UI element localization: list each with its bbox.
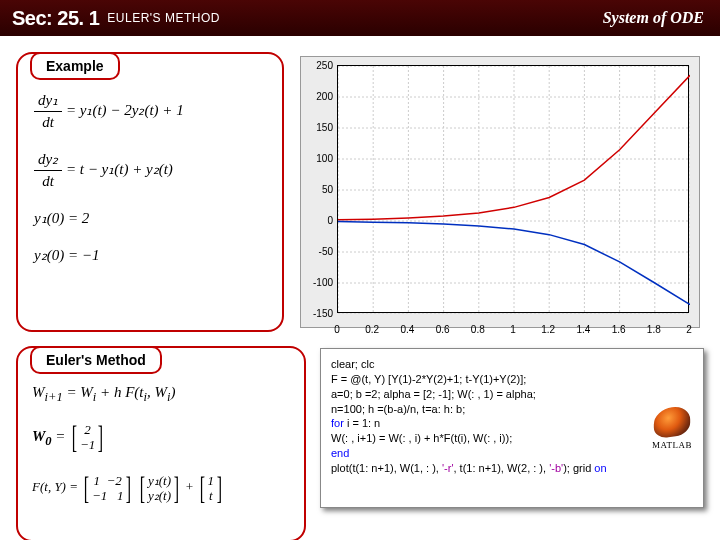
code-line-8: plot(t(1: n+1), W(1, : ), '-r', t(1: n+1… — [331, 461, 693, 476]
slide-topic: System of ODE — [603, 9, 704, 27]
initial-condition-2: y₂(0) = −1 — [34, 245, 266, 266]
matlab-icon — [654, 405, 690, 440]
initial-condition-1: y₁(0) = 2 — [34, 208, 266, 229]
matlab-logo: MATLAB — [649, 407, 695, 451]
euler-tab-label: Euler's Method — [30, 346, 162, 374]
chart-xtick: 0.4 — [400, 324, 414, 335]
code-line-7: end — [331, 446, 693, 461]
eq1-num: dy₁ — [34, 90, 62, 112]
chart-ytick: -50 — [301, 246, 333, 257]
chart-ytick: -150 — [301, 308, 333, 319]
code-line-4: n=100; h =(b-a)/n, t=a: h: b; — [331, 402, 693, 417]
chart-ytick: 50 — [301, 184, 333, 195]
code-line-5: for i = 1: n — [331, 416, 693, 431]
chart-xtick: 2 — [686, 324, 692, 335]
chart-xtick: 0.6 — [436, 324, 450, 335]
code-line-6: W(: , i+1) = W(: , i) + h*F(t(i), W(: , … — [331, 431, 693, 446]
chart-ytick: 0 — [301, 215, 333, 226]
chart-xtick: 0 — [334, 324, 340, 335]
euler-method-panel: Euler's Method Wi+1 = Wi + h F(ti, Wi) W… — [16, 346, 306, 540]
chart-plot-area — [337, 65, 689, 313]
eq1-den: dt — [34, 112, 62, 133]
euler-F-definition: F(t, Y) = [1 −2−1 1] [y₁(t)y₂(t)] + [1t] — [32, 470, 294, 507]
code-line-2: F = @(t, Y) [Y(1)-2*Y(2)+1; t-Y(1)+Y(2)]… — [331, 372, 693, 387]
eq2-rhs: = t − y₁(t) + y₂(t) — [66, 161, 173, 177]
eq2-num: dy₂ — [34, 149, 62, 171]
section-title: EULER'S METHOD — [107, 11, 220, 25]
euler-equations: Wi+1 = Wi + h F(ti, Wi) W0 = [2−1] F(t, … — [18, 348, 304, 529]
chart-svg — [338, 66, 690, 314]
title-bar: Sec: 25. 1 EULER'S METHOD System of ODE — [0, 0, 720, 36]
chart-ytick: -100 — [301, 277, 333, 288]
example-panel: Example dy₁dt = y₁(t) − 2y₂(t) + 1 dy₂dt… — [16, 52, 284, 332]
section-number: Sec: 25. 1 — [12, 7, 99, 30]
chart-xtick: 0.2 — [365, 324, 379, 335]
euler-w0: W0 = [2−1] — [32, 419, 294, 456]
chart-xtick: 1.2 — [541, 324, 555, 335]
eq2-den: dt — [34, 171, 62, 192]
example-equations: dy₁dt = y₁(t) − 2y₂(t) + 1 dy₂dt = t − y… — [18, 54, 282, 292]
chart-ytick: 200 — [301, 91, 333, 102]
matlab-code-panel: clear; clc F = @(t, Y) [Y(1)-2*Y(2)+1; t… — [320, 348, 704, 508]
example-tab-label: Example — [30, 52, 120, 80]
chart-ytick: 100 — [301, 153, 333, 164]
code-line-1: clear; clc — [331, 357, 693, 372]
matlab-label: MATLAB — [649, 439, 695, 451]
chart-xtick: 1.8 — [647, 324, 661, 335]
euler-update-formula: Wi+1 = Wi + h F(ti, Wi) — [32, 384, 294, 405]
chart-xtick: 1.4 — [576, 324, 590, 335]
chart-xtick: 0.8 — [471, 324, 485, 335]
code-line-3: a=0; b =2; alpha = [2; -1]; W(: , 1) = a… — [331, 387, 693, 402]
eq1-rhs: = y₁(t) − 2y₂(t) + 1 — [66, 102, 184, 118]
chart-xtick: 1.6 — [612, 324, 626, 335]
chart-panel: -150-100-50050100150200250 00.20.40.60.8… — [300, 56, 700, 328]
chart-xtick: 1 — [510, 324, 516, 335]
chart-ytick: 150 — [301, 122, 333, 133]
chart-ytick: 250 — [301, 60, 333, 71]
content-area: Example dy₁dt = y₁(t) − 2y₂(t) + 1 dy₂dt… — [0, 36, 720, 56]
